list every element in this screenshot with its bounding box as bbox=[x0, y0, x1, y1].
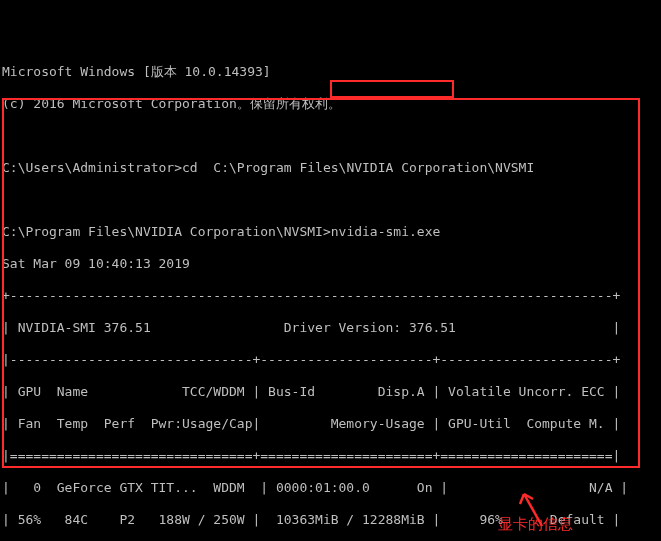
win-version-line: Microsoft Windows [版本 10.0.14393] bbox=[2, 64, 659, 80]
nvsmi-border: +---------------------------------------… bbox=[2, 288, 659, 304]
nvsmi-header-1: | GPU Name TCC/WDDM | Bus-Id Disp.A | Vo… bbox=[2, 384, 659, 400]
annotation-highlight-output bbox=[2, 98, 640, 468]
prompt-line-2: C:\Program Files\NVIDIA Corporation\NVSM… bbox=[2, 224, 659, 240]
nvsmi-title-row: | NVIDIA-SMI 376.51 Driver Version: 376.… bbox=[2, 320, 659, 336]
nvsmi-sep: |-------------------------------+-------… bbox=[2, 352, 659, 368]
nvsmi-header-2: | Fan Temp Perf Pwr:Usage/Cap| Memory-Us… bbox=[2, 416, 659, 432]
nvsmi-timestamp: Sat Mar 09 10:40:13 2019 bbox=[2, 256, 659, 272]
blank-line bbox=[2, 192, 659, 208]
nvsmi-gpu-row-1: | 0 GeForce GTX TIT... WDDM | 0000:01:00… bbox=[2, 480, 659, 496]
prompt-2: C:\Program Files\NVIDIA Corporation\NVSM… bbox=[2, 224, 331, 239]
annotation-caption: 显卡的信息 bbox=[498, 516, 573, 532]
cmd-nvidia-smi[interactable]: nvidia-smi.exe bbox=[331, 224, 441, 239]
nvsmi-sep: |===============================+=======… bbox=[2, 448, 659, 464]
prompt-line-1: C:\Users\Administrator>cd C:\Program Fil… bbox=[2, 160, 659, 176]
cmd-cd[interactable]: cd C:\Program Files\NVIDIA Corporation\N… bbox=[182, 160, 534, 175]
blank-line bbox=[2, 128, 659, 144]
prompt-1: C:\Users\Administrator> bbox=[2, 160, 182, 175]
win-copyright-line: (c) 2016 Microsoft Corporation。保留所有权利。 bbox=[2, 96, 659, 112]
